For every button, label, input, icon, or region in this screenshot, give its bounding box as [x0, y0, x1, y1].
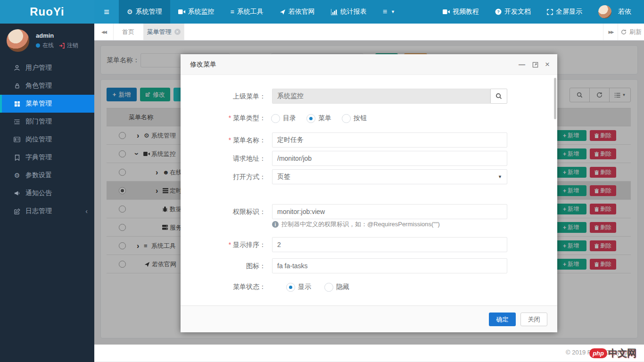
- logout-link[interactable]: 注销: [67, 41, 78, 49]
- menu-name-input[interactable]: [272, 132, 507, 148]
- question-icon: ?: [495, 8, 502, 15]
- nav-item-system-monitor[interactable]: 系统监控: [170, 0, 223, 24]
- field-label: 显示排序：: [181, 237, 266, 252]
- sidebar-item-users[interactable]: 用户管理: [0, 59, 94, 77]
- nav-item-label: 视频教程: [453, 8, 479, 16]
- watermark-label: 中文网: [608, 347, 636, 360]
- nav-item-system-manage[interactable]: ⚙ 系统管理: [119, 0, 170, 24]
- sidebar-item-label: 参数设置: [25, 171, 52, 180]
- permission-hint-text: 控制器中定义的权限标识，如：@RequiresPermissions(""): [281, 220, 440, 229]
- app-window: RuoYi ≡ ⚙ 系统管理 系统监控 ≡ 系统工具: [0, 0, 644, 362]
- nav-item-label: 若依官网: [289, 8, 315, 16]
- fullscreen-icon: [547, 9, 553, 15]
- sidebar-item-label: 菜单管理: [25, 99, 52, 108]
- radio-label: 隐藏: [336, 283, 349, 291]
- edit-menu-dialog: 修改菜单 — × 上级菜单： 系统监控 菜单类型： 目录 菜单 按钮: [181, 54, 557, 332]
- tabs-scroll-right-button[interactable]: ▶▶: [603, 24, 618, 40]
- info-icon: i: [272, 221, 279, 228]
- field-label: 打开方式：: [181, 169, 266, 184]
- radio-hide[interactable]: [324, 283, 333, 292]
- menu-type-radio-group: 目录 菜单 按钮: [271, 113, 367, 123]
- radio-directory[interactable]: [271, 114, 280, 123]
- logout-icon: [59, 43, 65, 49]
- tab-bar: ◀◀ 首页 菜单管理 × ▶▶ 刷新: [94, 24, 644, 41]
- sidebar-item-menus[interactable]: 菜单管理: [0, 95, 94, 113]
- dialog-header[interactable]: 修改菜单 — ×: [181, 54, 557, 75]
- lock-icon: [13, 82, 21, 89]
- radio-label: 显示: [298, 283, 311, 291]
- tab-menu-manage[interactable]: 菜单管理 ×: [143, 24, 184, 40]
- display-order-input[interactable]: [272, 237, 507, 252]
- close-icon[interactable]: ×: [542, 54, 553, 75]
- tab-close-icon[interactable]: ×: [174, 29, 181, 35]
- nav-item-dev-docs[interactable]: ? 开发文档: [487, 0, 539, 24]
- nav-item-label: 统计报表: [340, 8, 367, 16]
- watermark: php 中文网: [589, 347, 636, 360]
- main-menu: ⚙ 系统管理 系统监控 ≡ 系统工具 若依官网: [119, 0, 403, 24]
- search-icon: [495, 93, 502, 99]
- open-mode-select[interactable]: 页签 ▼: [272, 169, 507, 184]
- tab-label: 首页: [122, 28, 134, 36]
- chart-icon: [331, 9, 338, 15]
- list-icon: ≡: [231, 8, 234, 16]
- confirm-button[interactable]: 确定: [489, 313, 516, 326]
- dialog-scrollbar[interactable]: [554, 78, 556, 119]
- nav-item-system-tools[interactable]: ≡ 系统工具: [223, 0, 272, 24]
- tabs-scroll-left-button[interactable]: ◀◀: [94, 24, 114, 40]
- dialog-title: 修改菜单: [190, 54, 216, 75]
- bookmark-icon: [13, 155, 21, 161]
- sidebar-item-roles[interactable]: 角色管理: [0, 77, 94, 95]
- tab-home[interactable]: 首页: [113, 24, 144, 40]
- refresh-tab-button[interactable]: 刷新: [618, 24, 644, 40]
- sidebar-item-parameters[interactable]: ⚙ 参数设置: [0, 166, 94, 184]
- field-label: 图标：: [181, 258, 266, 273]
- field-label: 菜单名称：: [181, 132, 266, 148]
- parent-menu-picker-button[interactable]: [490, 89, 507, 104]
- nav-more-dropdown[interactable]: ≡ ▼: [375, 0, 403, 24]
- edit-icon: [13, 208, 21, 214]
- nav-item-label: 全屏显示: [556, 8, 582, 16]
- user-avatar: [7, 29, 29, 52]
- radio-label: 菜单: [318, 114, 331, 123]
- dialog-footer: 确定 关闭: [181, 305, 557, 332]
- caret-down-icon: ▼: [498, 174, 502, 179]
- sidebar-item-posts[interactable]: 岗位管理: [0, 131, 94, 148]
- permission-hint: i 控制器中定义的权限标识，如：@RequiresPermissions(""): [272, 220, 440, 229]
- refresh-icon: [621, 29, 627, 35]
- settings-icon: ⚙: [13, 172, 21, 179]
- close-button[interactable]: 关闭: [520, 313, 547, 326]
- navbar-right: 视频教程 ? 开发文档 全屏显示 若依: [435, 0, 639, 24]
- sidebar-item-label: 角色管理: [25, 82, 52, 90]
- field-label: 菜单类型：: [181, 111, 266, 125]
- minimize-icon[interactable]: —: [517, 54, 527, 75]
- video-icon: [443, 9, 450, 15]
- icon-input[interactable]: [272, 258, 507, 273]
- radio-menu-checked[interactable]: [306, 114, 315, 123]
- sidebar-toggle-button[interactable]: ≡: [94, 0, 119, 24]
- field-label: 权限标识：: [181, 204, 266, 219]
- sidebar-item-notices[interactable]: 通知公告: [0, 184, 94, 202]
- radio-show-checked[interactable]: [286, 283, 295, 292]
- field-label: 上级菜单：: [181, 89, 266, 104]
- sidebar-item-label: 字典管理: [25, 153, 52, 162]
- menu-status-radio-group: 显示 隐藏: [286, 282, 349, 292]
- nav-item-statistics[interactable]: 统计报表: [323, 0, 375, 24]
- sidebar-item-logs[interactable]: 日志管理 ‹: [0, 202, 94, 220]
- nav-user-menu[interactable]: 若依: [590, 0, 639, 24]
- double-chevron-left-icon: ◀◀: [101, 30, 106, 34]
- request-url-input[interactable]: [272, 151, 507, 166]
- permission-input[interactable]: [272, 204, 507, 219]
- radio-button-type[interactable]: [342, 114, 351, 123]
- app-logo: RuoYi: [0, 0, 94, 24]
- user-avatar: [598, 5, 611, 18]
- radio-label: 目录: [283, 114, 296, 123]
- nav-item-official-site[interactable]: 若依官网: [272, 0, 323, 24]
- parent-menu-value: 系统监控: [277, 92, 304, 100]
- sidebar-item-dictionaries[interactable]: 字典管理: [0, 148, 94, 166]
- maximize-icon[interactable]: [530, 54, 540, 75]
- sidebar-item-departments[interactable]: 部门管理: [0, 113, 94, 131]
- nav-item-video-tutorial[interactable]: 视频教程: [435, 0, 487, 24]
- nav-item-fullscreen[interactable]: 全屏显示: [539, 0, 590, 24]
- hamburger-icon: ≡: [383, 8, 387, 16]
- sidebar-item-label: 部门管理: [25, 117, 52, 126]
